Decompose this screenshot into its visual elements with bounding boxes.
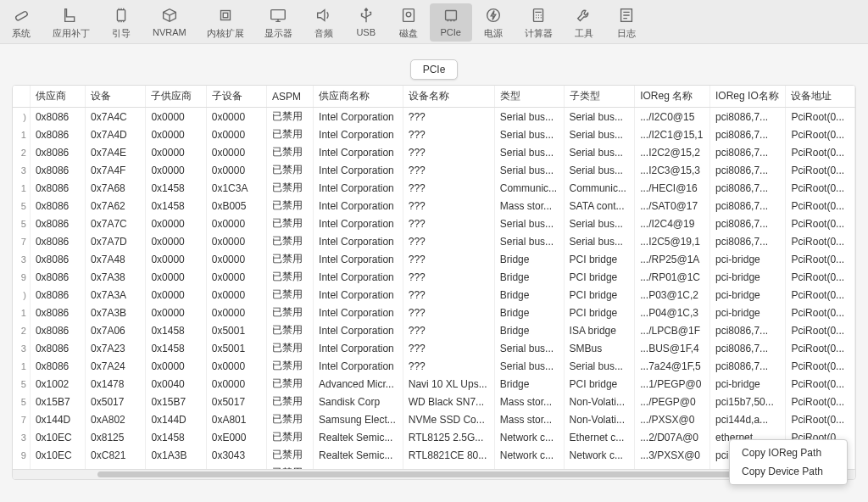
cell-idx: 9 — [13, 268, 30, 286]
col-header[interactable]: IOReg IO名称 — [710, 86, 786, 108]
cell-v: 0x8086 — [30, 143, 85, 161]
tool-pcie[interactable]: PCIe — [430, 3, 472, 42]
power-icon — [483, 5, 504, 25]
table-row[interactable]: )0x80860x7A3A0x00000x0000已禁用Intel Corpor… — [13, 286, 855, 304]
tool-speaker[interactable]: 音频 — [303, 3, 345, 42]
cell-st: Communic... — [564, 179, 635, 197]
table-row[interactable]: 70x80860x7A7D0x00000x0000已禁用Intel Corpor… — [13, 232, 855, 250]
tool-label: 系统 — [12, 27, 31, 40]
cell-io: pci144d,a... — [710, 410, 786, 428]
cell-idx: 5 — [13, 215, 30, 232]
col-header[interactable] — [13, 86, 30, 108]
cell-sv: 0x0000 — [146, 232, 206, 250]
table-row[interactable]: )0x80860x7A4C0x00000x0000已禁用Intel Corpor… — [13, 108, 855, 126]
cell-sv: 0x1458 — [146, 321, 206, 339]
cell-d: 0x5017 — [86, 393, 146, 410]
cell-ir: .../PXSX@0 — [635, 410, 710, 428]
table-row[interactable]: 30x80860x7A230x14580x5001已禁用Intel Corpor… — [13, 339, 855, 357]
table-row[interactable]: 50x80860x7A7C0x00000x0000已禁用Intel Corpor… — [13, 215, 855, 232]
tool-boot[interactable]: 应用补丁 — [42, 3, 100, 42]
tool-disk[interactable]: 磁盘 — [387, 3, 430, 42]
table-row[interactable]: 50x15B70x50170x15B70x5017已禁用Sandisk Corp… — [13, 393, 855, 410]
col-header[interactable]: 子设备 — [206, 86, 266, 108]
context-item[interactable]: Copy IOReg Path — [730, 443, 847, 462]
svg-rect-3 — [223, 13, 228, 18]
table-row[interactable]: 50x80860x7A620x14580xB005已禁用Intel Corpor… — [13, 197, 855, 215]
table-row[interactable]: 20x80860x7A060x14580x5001已禁用Intel Corpor… — [13, 321, 855, 339]
cell-dn: ??? — [403, 286, 494, 304]
col-header[interactable]: 设备地址 — [786, 86, 855, 108]
col-header[interactable]: IOReg 名称 — [635, 86, 710, 108]
cell-vn: Intel Corporation — [314, 179, 403, 197]
cell-t: Serial bus... — [494, 215, 564, 232]
cell-sv: 0x1458 — [146, 197, 206, 215]
col-header[interactable]: 子类型 — [564, 86, 635, 108]
col-header[interactable]: 供应商名称 — [314, 86, 403, 108]
cell-sd: 0x0000 — [206, 286, 266, 304]
cell-t: Mass stor... — [494, 393, 564, 410]
col-header[interactable]: ASPM — [267, 86, 314, 108]
tool-chip[interactable]: 引导 — [100, 3, 142, 42]
patch-icon — [11, 5, 31, 25]
cell-addr: PciRoot(0... — [786, 357, 855, 375]
table-row[interactable]: 70x144D0xA8020x144D0xA801已禁用Samsung Elec… — [13, 410, 855, 428]
cell-vn: Intel Corporation — [314, 161, 403, 179]
tool-cpu[interactable]: 内核扩展 — [197, 3, 254, 42]
table-row[interactable]: 10x80860x7A4D0x00000x0000已禁用Intel Corpor… — [13, 126, 855, 143]
cell-dn: ??? — [403, 179, 494, 197]
col-header[interactable]: 类型 — [494, 86, 564, 108]
cell-d: 0x7A24 — [86, 357, 146, 375]
cell-io: pci-bridge — [710, 375, 786, 393]
table-row[interactable]: 10x80860x7A240x00000x0000已禁用Intel Corpor… — [13, 357, 855, 375]
tool-wrench[interactable]: 工具 — [563, 3, 605, 42]
cell-idx: ) — [13, 108, 30, 126]
cell-v: 0x8086 — [30, 179, 85, 197]
cell-t: Serial bus... — [494, 143, 564, 161]
cell-dn: ??? — [403, 161, 494, 179]
cell-st: Serial bus... — [564, 143, 635, 161]
table-row[interactable]: 50x10020x14780x00400x0000已禁用Advanced Mic… — [13, 375, 855, 393]
tool-patch[interactable]: 系统 — [0, 3, 42, 42]
tab-pcie[interactable]: PCIe — [410, 59, 459, 80]
context-item[interactable]: Copy Device Path — [730, 462, 847, 480]
cell-d: 0x7A4F — [86, 161, 146, 179]
cell-io: pci-bridge — [710, 304, 786, 321]
cell-v: 0x8086 — [30, 339, 85, 357]
col-header[interactable]: 设备名称 — [403, 86, 494, 108]
cell-v: 0x8086 — [30, 161, 85, 179]
table-row[interactable]: 10x80860x7A680x14580x1C3A已禁用Intel Corpor… — [13, 179, 855, 197]
cell-sd: 0x5001 — [206, 339, 266, 357]
col-header[interactable]: 设备 — [86, 86, 146, 108]
cell-sv: 0x0000 — [146, 268, 206, 286]
tool-usb[interactable]: USB — [345, 3, 387, 42]
cell-t: Serial bus... — [494, 357, 564, 375]
col-header[interactable]: 供应商 — [30, 86, 85, 108]
table-row[interactable]: 30x80860x7A480x00000x0000已禁用Intel Corpor… — [13, 250, 855, 268]
table-row[interactable]: 10x80860x7A3B0x00000x0000已禁用Intel Corpor… — [13, 304, 855, 321]
cell-vn: Intel Corporation — [314, 215, 403, 232]
cell-io: pci8086,7... — [710, 357, 786, 375]
tool-calc[interactable]: 计算器 — [515, 3, 563, 42]
tool-display[interactable]: 显示器 — [254, 3, 303, 42]
tool-label: 计算器 — [525, 27, 553, 40]
cell-dn: Navi 10 XL Ups... — [403, 375, 494, 393]
table-row[interactable]: 90x80860x7A380x00000x0000已禁用Intel Corpor… — [13, 268, 855, 286]
cell-idx: 2 — [13, 321, 30, 339]
table-scroll[interactable]: 供应商设备子供应商子设备ASPM供应商名称设备名称类型子类型IOReg 名称IO… — [13, 86, 855, 469]
cell-aspm: 已禁用 — [267, 321, 314, 339]
tool-box[interactable]: NVRAM — [142, 3, 197, 42]
cell-v: 0x8086 — [30, 357, 85, 375]
tool-log[interactable]: 日志 — [605, 3, 648, 42]
cell-aspm: 已禁用 — [267, 179, 314, 197]
cell-aspm: 已禁用 — [267, 428, 314, 446]
toolbar: 系统应用补丁引导NVRAM内核扩展显示器音频USB磁盘PCIe电源计算器工具日志 — [0, 0, 868, 44]
tool-label: 电源 — [484, 27, 503, 40]
cell-d: 0x7A38 — [86, 268, 146, 286]
pcie-icon — [441, 5, 461, 25]
cell-addr: PciRoot(0... — [786, 286, 855, 304]
table-row[interactable]: 30x80860x7A4F0x00000x0000已禁用Intel Corpor… — [13, 161, 855, 179]
col-header[interactable]: 子供应商 — [146, 86, 206, 108]
cell-aspm: 已禁用 — [267, 161, 314, 179]
tool-power[interactable]: 电源 — [472, 3, 515, 42]
table-row[interactable]: 20x80860x7A4E0x00000x0000已禁用Intel Corpor… — [13, 143, 855, 161]
